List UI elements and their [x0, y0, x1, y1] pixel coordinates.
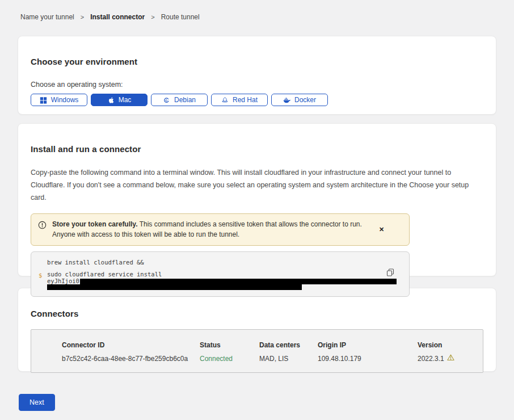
environment-card: Choose your environment Choose an operat…	[18, 36, 496, 115]
breadcrumb-separator: >	[151, 14, 154, 20]
token-warning-title: Store your token carefully.	[52, 220, 138, 228]
token-warning-text: Store your token carefully. This command…	[52, 219, 370, 240]
column-header-version: Version	[418, 341, 477, 349]
token-warning-banner: Store your token carefully. This command…	[31, 213, 410, 246]
token-redaction-bar	[47, 284, 302, 290]
os-button-label: Windows	[51, 96, 79, 104]
os-button-docker[interactable]: Docker	[271, 94, 328, 106]
version-cell: 2022.3.1	[418, 354, 477, 363]
column-header-status: Status	[200, 341, 259, 349]
breadcrumb-step-name-tunnel[interactable]: Name your tunnel	[20, 13, 74, 21]
terminal-command-block: brew install cloudflared && $ sudo cloud…	[31, 251, 410, 297]
install-card-description: Copy-paste the following command into a …	[31, 167, 483, 204]
breadcrumb: Name your tunnel > Install connector > R…	[0, 0, 514, 21]
token-prefix: eyJhIjoi0	[47, 278, 79, 284]
alert-circle-icon	[38, 221, 47, 232]
os-button-label: Docker	[294, 96, 316, 104]
install-connector-card: Install and run a connector Copy-paste t…	[18, 123, 496, 276]
next-button[interactable]: Next	[19, 394, 55, 411]
banner-close-button[interactable]: ✕	[376, 224, 387, 236]
docker-icon	[283, 96, 290, 104]
breadcrumb-step-route-tunnel[interactable]: Route tunnel	[161, 13, 200, 21]
column-header-origin-ip: Origin IP	[318, 341, 418, 349]
install-card-title: Install and run a connector	[31, 144, 483, 154]
os-button-label: Mac	[119, 96, 132, 104]
terminal-line-2: sudo cloudflared service install	[47, 271, 384, 278]
os-button-redhat[interactable]: Red Hat	[211, 94, 268, 106]
os-button-group: Windows Mac Debian	[31, 94, 483, 106]
copy-command-button[interactable]	[385, 267, 395, 279]
terminal-token-line: eyJhIjoi0	[47, 278, 384, 290]
connectors-table: Connector ID Status Data centers Origin …	[31, 329, 483, 373]
windows-icon	[40, 96, 47, 104]
copy-icon	[386, 270, 394, 278]
redhat-icon	[221, 96, 229, 104]
terminal-line-1: brew install cloudflared &&	[47, 259, 384, 266]
origin-ip-cell: 109.48.10.179	[318, 355, 418, 363]
column-header-connector-id: Connector ID	[62, 341, 200, 349]
environment-card-title: Choose your environment	[31, 57, 483, 66]
os-button-mac[interactable]: Mac	[91, 94, 148, 106]
data-centers-cell: MAD, LIS	[259, 355, 318, 363]
terminal-prompt: $	[39, 272, 42, 279]
breadcrumb-step-install-connector[interactable]: Install connector	[90, 13, 145, 21]
version-value: 2022.3.1	[418, 355, 444, 363]
warning-triangle-icon	[447, 354, 454, 363]
os-button-windows[interactable]: Windows	[31, 94, 87, 106]
column-header-data-centers: Data centers	[259, 341, 318, 349]
os-select-label: Choose an operating system:	[31, 81, 483, 89]
token-redaction-bar	[80, 279, 397, 284]
apple-icon	[107, 96, 115, 104]
connectors-card-title: Connectors	[31, 309, 483, 318]
connectors-card: Connectors Connector ID Status Data cent…	[18, 288, 496, 372]
status-badge: Connected	[200, 355, 259, 363]
close-icon: ✕	[379, 226, 384, 233]
debian-icon	[163, 96, 170, 104]
os-button-debian[interactable]: Debian	[151, 94, 208, 106]
breadcrumb-separator: >	[81, 14, 84, 20]
connector-id-cell: b7c52c42-6caa-48ee-8c77-fbe259cb6c0a	[62, 355, 200, 363]
os-button-label: Debian	[174, 96, 196, 104]
os-button-label: Red Hat	[233, 96, 258, 104]
